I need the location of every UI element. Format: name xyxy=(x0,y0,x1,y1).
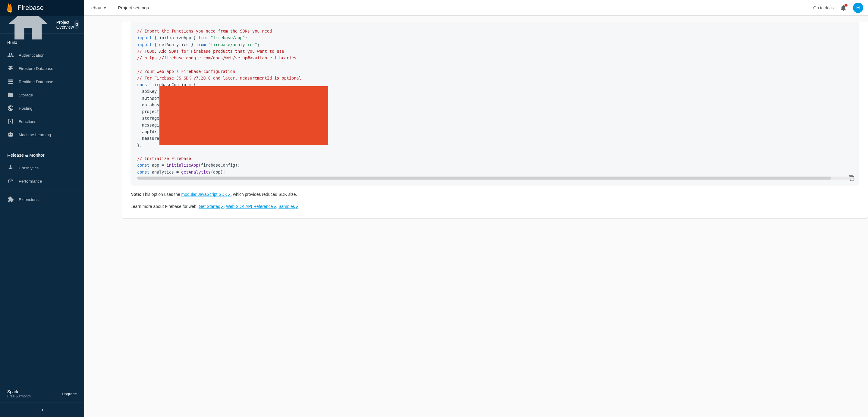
logo-area[interactable]: Firebase xyxy=(0,0,84,16)
sidebar-section-release: Release & Monitor xyxy=(0,147,84,161)
chevron-left-icon xyxy=(39,407,45,413)
notification-dot-icon xyxy=(844,4,847,7)
sidebar-item-label: Performance xyxy=(19,179,42,184)
docs-link[interactable]: Go to docs xyxy=(813,5,834,10)
sidebar-item-storage[interactable]: Storage xyxy=(0,88,84,101)
modular-sdk-link[interactable]: modular JavaScript SDK⬈ xyxy=(181,192,231,197)
sidebar: Project Overview Build Authentication Fi… xyxy=(0,16,84,417)
get-started-link[interactable]: Get Started⬈ xyxy=(198,204,224,209)
external-link-icon: ⬈ xyxy=(221,205,224,208)
chevron-down-icon: ▾ xyxy=(104,5,106,10)
firebase-logo-icon xyxy=(6,2,14,13)
sidebar-item-crashlytics[interactable]: Crashlytics xyxy=(0,161,84,174)
sidebar-item-label: Hosting xyxy=(19,106,33,110)
sidebar-item-label: Extensions xyxy=(19,197,38,202)
avatar[interactable]: H xyxy=(853,3,863,13)
project-name: ebay xyxy=(91,5,101,10)
plan-row: Spark Free $0/month Upgrade xyxy=(0,385,84,403)
sidebar-item-realtime-db[interactable]: Realtime Database xyxy=(0,75,84,88)
robot-icon xyxy=(7,131,14,138)
redacted-block xyxy=(159,86,328,145)
sidebar-item-functions[interactable]: Functions xyxy=(0,115,84,128)
sidebar-item-authentication[interactable]: Authentication xyxy=(0,49,84,62)
crashlytics-icon xyxy=(7,164,14,171)
project-selector[interactable]: ebay ▾ xyxy=(91,5,106,10)
web-sdk-ref-link[interactable]: Web SDK API Reference⬈ xyxy=(226,204,276,209)
people-icon xyxy=(7,52,14,59)
learn-more-text: Learn more about Firebase for web: Get S… xyxy=(130,203,859,210)
settings-button[interactable] xyxy=(74,20,79,30)
sidebar-item-ml[interactable]: Machine Learning xyxy=(0,128,84,141)
settings-card: // Import the functions you need from th… xyxy=(122,22,868,219)
collapse-sidebar-button[interactable] xyxy=(0,403,84,417)
extension-icon xyxy=(7,196,14,203)
folder-icon xyxy=(7,92,14,98)
database-icon xyxy=(7,78,14,85)
external-link-icon: ⬈ xyxy=(296,205,298,208)
sidebar-item-overview[interactable]: Project Overview xyxy=(0,16,84,34)
sidebar-item-extensions[interactable]: Extensions xyxy=(0,193,84,206)
external-link-icon: ⬈ xyxy=(228,193,230,196)
upgrade-button[interactable]: Upgrade xyxy=(62,392,77,396)
plan-name: Spark xyxy=(7,389,31,394)
functions-icon xyxy=(7,118,14,125)
gear-icon xyxy=(74,22,79,27)
sidebar-item-label: Machine Learning xyxy=(19,133,51,137)
sidebar-item-label: Project Overview xyxy=(56,20,74,30)
sidebar-item-label: Firestore Database xyxy=(19,66,53,71)
sidebar-item-label: Functions xyxy=(19,119,36,124)
page-title: Project settings xyxy=(118,5,149,10)
note-text: Note: This option uses the modular JavaS… xyxy=(130,191,859,198)
notifications-button[interactable] xyxy=(840,4,847,11)
sidebar-item-label: Crashlytics xyxy=(19,166,38,170)
sidebar-item-performance[interactable]: Performance xyxy=(0,174,84,188)
firestore-icon xyxy=(7,65,14,72)
sidebar-item-label: Realtime Database xyxy=(19,79,53,84)
globe-icon xyxy=(7,105,14,111)
main-content: // Import the functions you need from th… xyxy=(84,16,868,417)
code-snippet: // Import the functions you need from th… xyxy=(130,22,859,186)
sidebar-item-firestore[interactable]: Firestore Database xyxy=(0,62,84,75)
samples-link[interactable]: Samples⬈ xyxy=(278,204,298,209)
sidebar-item-label: Storage xyxy=(19,93,33,97)
horizontal-scrollbar[interactable] xyxy=(137,177,852,180)
external-link-icon: ⬈ xyxy=(273,205,276,208)
sidebar-item-hosting[interactable]: Hosting xyxy=(0,101,84,115)
plan-price: Free $0/month xyxy=(7,394,31,398)
brand-text: Firebase xyxy=(18,4,44,12)
top-bar: Firebase ebay ▾ Project settings Go to d… xyxy=(0,0,868,16)
sidebar-item-label: Authentication xyxy=(19,53,44,58)
speedometer-icon xyxy=(7,178,14,184)
